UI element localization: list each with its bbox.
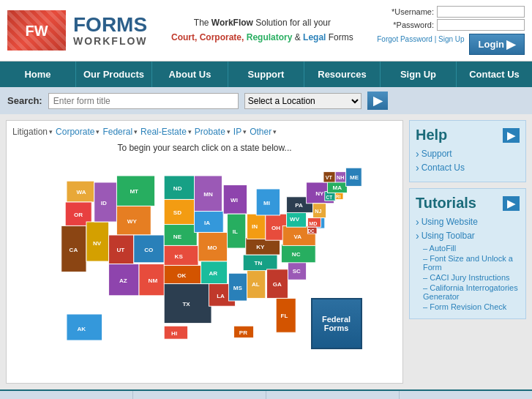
tagline-forms: Forms bbox=[329, 32, 353, 42]
tagline-line2: Court, Corporate, Regulatory & Legal For… bbox=[171, 31, 353, 45]
svg-text:VT: VT bbox=[325, 174, 332, 181]
svg-text:MN: MN bbox=[203, 191, 213, 198]
nav-item-contact-us[interactable]: Contact Us bbox=[457, 61, 532, 87]
svg-text:MT: MT bbox=[130, 188, 138, 195]
federal-forms-box[interactable]: FederalForms bbox=[311, 298, 362, 349]
svg-text:ID: ID bbox=[100, 200, 106, 206]
svg-text:IA: IA bbox=[204, 220, 210, 226]
svg-text:MA: MA bbox=[332, 184, 342, 191]
brand-name: FORMS WORKFLOW bbox=[73, 15, 148, 47]
cat-tab-arrow: ▾ bbox=[273, 128, 277, 135]
category-tab-realestate[interactable]: Real-Estate ▾ bbox=[141, 127, 192, 137]
svg-text:MS: MS bbox=[233, 285, 242, 291]
nav-item-home[interactable]: Home bbox=[0, 61, 76, 87]
tutorials-header: Tutorials ▶ bbox=[416, 195, 520, 212]
svg-text:MI: MI bbox=[263, 200, 270, 206]
help-header: Help ▶ bbox=[416, 127, 520, 143]
svg-text:OR: OR bbox=[73, 212, 82, 218]
tutorials-revision-link[interactable]: Form Revision Check bbox=[416, 302, 520, 311]
help-title: Help bbox=[416, 127, 447, 143]
logo-forms-text: FW bbox=[25, 23, 48, 38]
svg-text:NM: NM bbox=[148, 277, 157, 284]
login-arrow-icon: ▶ bbox=[506, 37, 515, 51]
svg-text:NV: NV bbox=[93, 240, 102, 247]
nav-item-sign-up[interactable]: Sign Up bbox=[381, 61, 457, 87]
category-tab-other[interactable]: Other ▾ bbox=[250, 127, 277, 137]
svg-text:CT: CT bbox=[326, 195, 332, 200]
category-tab-ip[interactable]: IP ▾ bbox=[233, 127, 247, 137]
svg-text:PA: PA bbox=[295, 202, 303, 209]
category-tab-probate[interactable]: Probate ▾ bbox=[195, 127, 231, 137]
location-select[interactable]: Select a Location bbox=[244, 93, 361, 109]
tutorials-interrogatories-link[interactable]: California Interrogatories Generator bbox=[416, 283, 520, 301]
category-tab-corporate[interactable]: Corporate ▾ bbox=[56, 127, 100, 137]
us-map-container: WA OR CA NV ID MT WY bbox=[40, 159, 370, 364]
category-tabs: Litigation ▾Corporate ▾Federal ▾Real-Est… bbox=[12, 127, 397, 137]
tutorials-fontsize-link[interactable]: Font Size and Unlock a Form bbox=[416, 254, 520, 272]
help-support-link[interactable]: Support bbox=[416, 148, 520, 160]
tutorials-autofill-link[interactable]: AutoFill bbox=[416, 244, 520, 253]
tagline: The WorkFlow Solution for all your Court… bbox=[171, 16, 353, 44]
username-label: *Username: bbox=[391, 7, 434, 16]
help-arrow-button[interactable]: ▶ bbox=[503, 128, 520, 143]
svg-text:GA: GA bbox=[272, 281, 281, 288]
svg-text:UT: UT bbox=[116, 247, 124, 253]
svg-text:NC: NC bbox=[291, 251, 300, 258]
svg-text:AZ: AZ bbox=[119, 277, 127, 284]
password-input[interactable] bbox=[437, 19, 525, 31]
tutorials-arrow-button[interactable]: ▶ bbox=[503, 196, 520, 211]
svg-text:CA: CA bbox=[69, 247, 78, 253]
bottom-item-legal-and-court[interactable]: Legal & Court▶ bbox=[133, 391, 266, 399]
svg-text:TN: TN bbox=[254, 260, 262, 266]
category-tab-federal[interactable]: Federal ▾ bbox=[102, 127, 138, 137]
tagline-corporate: Corporate, bbox=[200, 32, 244, 42]
svg-text:LA: LA bbox=[217, 293, 225, 299]
bottom-item-links[interactable]: Links▶ bbox=[400, 391, 532, 399]
federal-forms-label: FederalForms bbox=[322, 315, 351, 332]
brand-forms-text: FORMS bbox=[73, 15, 148, 35]
svg-text:IL: IL bbox=[232, 228, 237, 235]
nav-item-our-products[interactable]: Our Products bbox=[76, 61, 152, 87]
forgot-password-link[interactable]: Forgot Password bbox=[377, 35, 432, 43]
svg-text:NY: NY bbox=[315, 190, 324, 197]
map-panel: Litigation ▾Corporate ▾Federal ▾Real-Est… bbox=[6, 120, 403, 384]
bottom-item-upcoming[interactable]: Upcoming▶ bbox=[0, 391, 133, 399]
cat-tab-arrow: ▾ bbox=[243, 128, 247, 135]
tutorials-using-toolbar-link[interactable]: Using Toolbar bbox=[416, 230, 520, 242]
svg-text:IN: IN bbox=[251, 223, 257, 230]
help-contact-link[interactable]: Contact Us bbox=[416, 162, 520, 174]
nav-item-about-us[interactable]: About Us bbox=[152, 61, 228, 87]
search-button[interactable]: ▶ bbox=[367, 92, 388, 110]
svg-text:OH: OH bbox=[271, 225, 280, 231]
svg-text:SD: SD bbox=[173, 209, 181, 216]
svg-text:KY: KY bbox=[256, 244, 265, 250]
login-button[interactable]: Login ▶ bbox=[469, 34, 525, 55]
tutorials-caci-link[interactable]: CACI Jury Instructions bbox=[416, 273, 520, 282]
bottom-item-forms-workflow[interactable]: Forms Workflow▶ bbox=[266, 391, 400, 399]
svg-text:RI: RI bbox=[336, 194, 341, 199]
search-label: Search: bbox=[7, 95, 42, 106]
login-fields: *Username: *Password: bbox=[391, 6, 525, 31]
help-box: Help ▶ Support Contact Us bbox=[409, 120, 526, 182]
svg-text:ME: ME bbox=[350, 174, 359, 181]
cat-tab-arrow: ▾ bbox=[96, 128, 100, 135]
category-tab-default[interactable]: Litigation ▾ bbox=[12, 127, 53, 137]
svg-text:AL: AL bbox=[251, 281, 259, 288]
main-content: Litigation ▾Corporate ▾Federal ▾Real-Est… bbox=[0, 114, 532, 389]
nav-item-support[interactable]: Support bbox=[228, 61, 304, 87]
sign-up-link[interactable]: Sign Up bbox=[438, 35, 465, 43]
login-area: *Username: *Password: Forgot Password | … bbox=[377, 6, 525, 55]
map-instruction: To begin your search click on a state be… bbox=[12, 143, 397, 153]
tutorials-using-website-link[interactable]: Using Website bbox=[416, 216, 520, 228]
tagline-and: & bbox=[295, 32, 303, 42]
tagline-line1: The WorkFlow Solution for all your bbox=[171, 16, 353, 30]
svg-text:KS: KS bbox=[174, 253, 183, 260]
tutorials-box: Tutorials ▶ Using Website Using Toolbar … bbox=[409, 188, 526, 319]
username-input[interactable] bbox=[437, 6, 525, 18]
nav-item-resources[interactable]: Resources bbox=[304, 61, 381, 87]
logo-icon: FW bbox=[7, 10, 66, 51]
svg-text:WA: WA bbox=[76, 189, 86, 195]
search-input[interactable] bbox=[48, 93, 239, 109]
svg-text:DC: DC bbox=[307, 228, 315, 234]
username-row: *Username: bbox=[391, 6, 525, 18]
